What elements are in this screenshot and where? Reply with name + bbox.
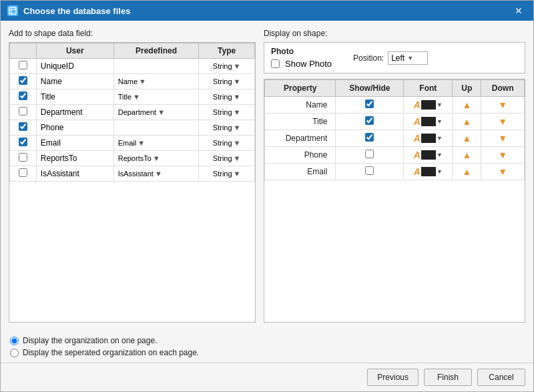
position-value: Left xyxy=(391,53,405,63)
dialog-body: Add to shape data field: User Predefined… xyxy=(1,21,533,331)
col-type: Type xyxy=(199,43,255,59)
down-arrow-icon[interactable]: ▼ xyxy=(498,166,507,177)
display-row-up[interactable]: ▲ xyxy=(453,164,481,180)
dialog-title: Choose the database files xyxy=(23,6,130,16)
display-row-font[interactable]: A▼ xyxy=(404,164,453,180)
left-row-user: Department xyxy=(36,105,113,120)
color-swatch: ▼ xyxy=(421,134,443,143)
type-dropdown-arrow-icon: ▼ xyxy=(234,108,241,116)
predefined-dropdown-arrow-icon: ▼ xyxy=(158,108,165,116)
display-row-property: Department xyxy=(265,130,336,147)
left-row-checkbox[interactable] xyxy=(19,76,27,85)
display-row-showhide xyxy=(336,164,404,180)
display-row-up[interactable]: ▲ xyxy=(453,114,481,130)
left-row-checkbox[interactable] xyxy=(19,61,27,69)
col-down: Down xyxy=(481,80,525,97)
showhide-checkbox[interactable] xyxy=(365,150,374,158)
left-row-type: String▼ xyxy=(199,136,255,151)
display-row-property: Title xyxy=(265,114,336,130)
left-row-predefined: Email▼ xyxy=(113,136,199,151)
display-row-font[interactable]: A▼ xyxy=(404,130,453,147)
up-arrow-icon[interactable]: ▲ xyxy=(462,166,471,177)
display-row-up[interactable]: ▲ xyxy=(453,130,481,147)
show-photo-checkbox[interactable] xyxy=(271,59,280,68)
left-row-checkbox[interactable] xyxy=(19,91,27,100)
show-photo-label: Show Photo xyxy=(285,59,332,69)
previous-button[interactable]: Previous xyxy=(367,369,419,386)
left-row-type: String▼ xyxy=(199,120,255,136)
left-table-container: User Predefined Type UniqueIDString▼Name… xyxy=(9,42,256,323)
down-arrow-icon[interactable]: ▼ xyxy=(498,100,507,110)
display-row-down[interactable]: ▼ xyxy=(481,164,525,180)
predefined-dropdown-arrow-icon: ▼ xyxy=(133,93,140,101)
display-table-container: Property Show/Hide Font Up Down NameA▼▲▼… xyxy=(264,79,525,323)
left-row-type: String▼ xyxy=(199,74,255,89)
left-row-user: Phone xyxy=(36,120,113,136)
color-dropdown-arrow-icon: ▼ xyxy=(437,118,443,125)
down-arrow-icon[interactable]: ▼ xyxy=(498,150,507,160)
display-row-down[interactable]: ▼ xyxy=(481,147,525,164)
display-row-showhide xyxy=(336,97,404,114)
display-row-up[interactable]: ▲ xyxy=(453,97,481,114)
left-row-user: ReportsTo xyxy=(36,151,113,166)
radio-one-page[interactable] xyxy=(10,337,19,345)
display-row-property: Email xyxy=(265,164,336,180)
display-table-row: EmailA▼▲▼ xyxy=(265,164,525,180)
position-dropdown[interactable]: Left ▼ xyxy=(388,51,428,65)
col-user: User xyxy=(36,43,113,59)
left-table-row: PhoneString▼ xyxy=(10,120,255,136)
left-row-predefined xyxy=(113,120,199,136)
display-row-down[interactable]: ▼ xyxy=(481,130,525,147)
left-row-checkbox[interactable] xyxy=(19,153,27,162)
photo-section-inner: Photo Show Photo xyxy=(271,47,332,69)
left-row-user: Title xyxy=(36,89,113,105)
showhide-checkbox[interactable] xyxy=(365,166,374,175)
left-row-predefined: IsAssistant▼ xyxy=(113,166,199,182)
cancel-button[interactable]: Cancel xyxy=(477,369,525,386)
up-arrow-icon[interactable]: ▲ xyxy=(462,100,471,110)
col-showhide: Show/Hide xyxy=(336,80,404,97)
radio-separated[interactable] xyxy=(10,349,19,357)
display-row-up[interactable]: ▲ xyxy=(453,147,481,164)
showhide-checkbox[interactable] xyxy=(365,100,374,108)
showhide-checkbox[interactable] xyxy=(365,133,374,142)
left-row-type: String▼ xyxy=(199,166,255,182)
display-row-font[interactable]: A▼ xyxy=(404,114,453,130)
finish-button[interactable]: Finish xyxy=(424,369,472,386)
font-icon: A xyxy=(414,166,421,177)
down-arrow-icon[interactable]: ▼ xyxy=(498,133,507,144)
display-row-down[interactable]: ▼ xyxy=(481,114,525,130)
display-row-down[interactable]: ▼ xyxy=(481,97,525,114)
left-row-predefined: ReportsTo▼ xyxy=(113,151,199,166)
left-panel: Add to shape data field: User Predefined… xyxy=(9,29,256,323)
display-table: Property Show/Hide Font Up Down NameA▼▲▼… xyxy=(264,79,525,180)
left-row-checkbox[interactable] xyxy=(19,122,27,131)
color-dropdown-arrow-icon: ▼ xyxy=(437,102,443,108)
color-dropdown-arrow-icon: ▼ xyxy=(437,168,443,175)
color-swatch: ▼ xyxy=(421,167,443,176)
display-row-font[interactable]: A▼ xyxy=(404,97,453,114)
radio-row-1: Display the organization on one page. xyxy=(10,336,524,345)
type-dropdown-arrow-icon: ▼ xyxy=(234,77,241,85)
left-row-checkbox[interactable] xyxy=(19,107,27,116)
left-row-checkbox[interactable] xyxy=(19,168,27,177)
type-dropdown-arrow-icon: ▼ xyxy=(234,154,241,162)
left-table-row: UniqueIDString▼ xyxy=(10,59,255,74)
display-table-row: TitleA▼▲▼ xyxy=(265,114,525,130)
up-arrow-icon[interactable]: ▲ xyxy=(462,133,471,144)
up-arrow-icon[interactable]: ▲ xyxy=(462,116,471,127)
down-arrow-icon[interactable]: ▼ xyxy=(498,116,507,127)
left-row-checkbox[interactable] xyxy=(19,138,27,146)
up-arrow-icon[interactable]: ▲ xyxy=(462,150,471,160)
left-row-type: String▼ xyxy=(199,151,255,166)
display-row-font[interactable]: A▼ xyxy=(404,147,453,164)
color-dropdown-arrow-icon: ▼ xyxy=(437,152,443,158)
button-row: Previous Finish Cancel xyxy=(1,363,533,391)
dialog: Choose the database files ✕ Add to shape… xyxy=(0,0,534,392)
left-panel-label: Add to shape data field: xyxy=(9,29,256,38)
display-table-row: NameA▼▲▼ xyxy=(265,97,525,114)
left-row-type: String▼ xyxy=(199,59,255,74)
showhide-checkbox[interactable] xyxy=(365,116,374,125)
display-row-showhide xyxy=(336,147,404,164)
close-button[interactable]: ✕ xyxy=(511,5,527,17)
